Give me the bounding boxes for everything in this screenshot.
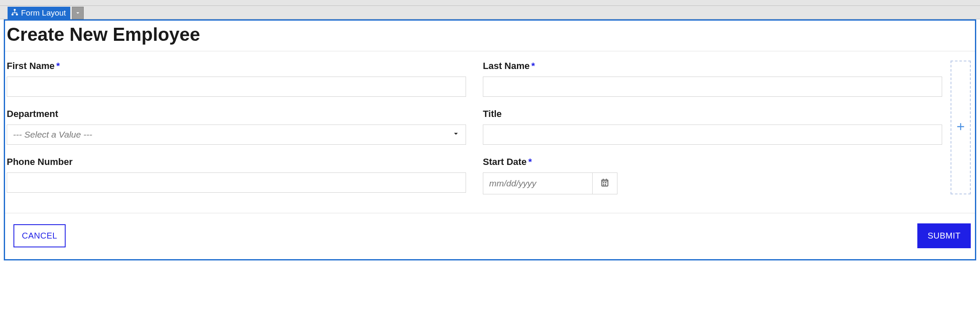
- department-placeholder: --- Select a Value ---: [13, 130, 92, 140]
- first-name-label: First Name*: [7, 61, 466, 72]
- svg-rect-1: [12, 13, 14, 15]
- add-column-drop-zone[interactable]: [951, 61, 971, 194]
- phone-input[interactable]: [7, 172, 466, 193]
- last-name-label: Last Name*: [483, 61, 942, 72]
- svg-rect-2: [16, 13, 18, 15]
- component-tag-menu-button[interactable]: [72, 7, 84, 19]
- phone-label: Phone Number: [7, 157, 466, 167]
- field-department: Department --- Select a Value ---: [7, 109, 466, 145]
- form-body: First Name* Department --- Select a Valu…: [5, 61, 975, 194]
- field-last-name: Last Name*: [483, 61, 942, 97]
- start-date-label: Start Date*: [483, 157, 942, 167]
- date-picker-button[interactable]: [592, 172, 617, 194]
- last-name-input[interactable]: [483, 77, 942, 97]
- first-name-label-text: First Name: [7, 61, 55, 71]
- caret-down-icon: [452, 130, 460, 140]
- component-tag-label: Form Layout: [21, 8, 66, 18]
- calendar-icon: [600, 178, 609, 189]
- form-layout-card[interactable]: Create New Employee First Name* Departme…: [4, 19, 976, 260]
- form-column-right: Last Name* Title Start Date* mm/dd/yyyy: [483, 61, 942, 194]
- required-marker: *: [531, 61, 535, 71]
- title-input[interactable]: [483, 125, 942, 145]
- field-phone: Phone Number: [7, 157, 466, 193]
- required-marker: *: [56, 61, 60, 71]
- start-date-input[interactable]: mm/dd/yyyy: [483, 172, 592, 194]
- field-title: Title: [483, 109, 942, 145]
- department-select[interactable]: --- Select a Value ---: [7, 125, 466, 145]
- component-tag-row: Form Layout: [0, 6, 980, 19]
- component-tag-form-layout[interactable]: Form Layout: [8, 7, 70, 19]
- start-date-label-text: Start Date: [483, 157, 527, 167]
- field-first-name: First Name*: [7, 61, 466, 97]
- required-marker: *: [528, 157, 532, 167]
- submit-button[interactable]: SUBMIT: [917, 223, 971, 248]
- start-date-placeholder: mm/dd/yyyy: [489, 178, 536, 188]
- title-label: Title: [483, 109, 942, 119]
- start-date-wrapper: mm/dd/yyyy: [483, 172, 617, 194]
- svg-rect-0: [14, 9, 16, 11]
- caret-down-icon: [75, 8, 81, 18]
- form-column-left: First Name* Department --- Select a Valu…: [7, 61, 466, 194]
- hierarchy-icon: [11, 8, 19, 18]
- page-title: Create New Employee: [5, 24, 975, 51]
- form-actions: CANCEL SUBMIT: [5, 213, 975, 253]
- field-start-date: Start Date* mm/dd/yyyy: [483, 157, 942, 194]
- first-name-input[interactable]: [7, 77, 466, 97]
- department-label: Department: [7, 109, 466, 119]
- form-columns: First Name* Department --- Select a Valu…: [7, 61, 946, 194]
- plus-icon: [955, 121, 967, 135]
- last-name-label-text: Last Name: [483, 61, 530, 71]
- editor-top-strip: [0, 0, 980, 6]
- cancel-button[interactable]: CANCEL: [13, 224, 66, 247]
